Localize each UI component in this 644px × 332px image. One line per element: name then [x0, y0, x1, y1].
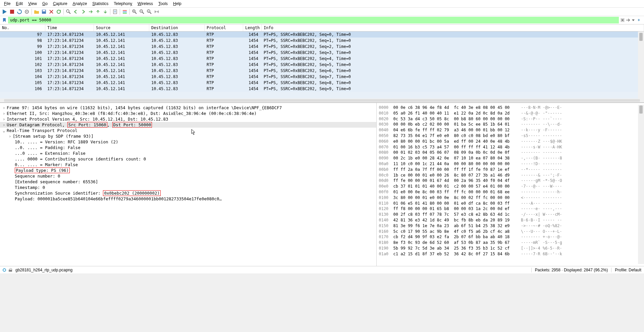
- reload-file-icon[interactable]: [55, 8, 62, 15]
- display-filter-input[interactable]: [8, 17, 619, 23]
- hex-row[interactable]: 01a0 c1 a2 15 d1 8f 37 eb 52 36 42 8c 0f…: [379, 251, 642, 257]
- detail-frame[interactable]: ›Frame 97: 1454 bytes on wire (11632 bit…: [0, 105, 376, 111]
- save-file-icon[interactable]: [41, 8, 47, 15]
- detail-ip[interactable]: ›Internet Protocol Version 4, Src: 10.45…: [0, 116, 376, 122]
- hex-row[interactable]: 0180 8e f3 0c 93 de 6d 52 60 af 53 0b 87…: [379, 240, 642, 246]
- go-last-icon[interactable]: [102, 8, 109, 15]
- menu-file[interactable]: File: [1, 1, 13, 7]
- resize-columns-icon[interactable]: [153, 8, 160, 15]
- go-first-icon[interactable]: [95, 8, 101, 15]
- menu-statistics[interactable]: Statistics: [90, 1, 111, 7]
- hex-row[interactable]: 0030 00 00 0b eb c2 02 00 00 01 ba 5c ee…: [379, 122, 642, 127]
- hex-row[interactable]: 0000 00 0e c6 38 96 4e f8 4d fc 40 3e e8…: [379, 105, 642, 111]
- vertical-scrollbar[interactable]: [638, 31, 644, 98]
- column-info[interactable]: Info: [262, 24, 644, 31]
- find-icon[interactable]: [65, 8, 72, 15]
- bookmark-icon[interactable]: [1, 17, 7, 23]
- hex-row[interactable]: 00a0 11 10 c0 00 1c 21 44 0a 00 00 80 00…: [379, 161, 642, 167]
- packet-row[interactable]: 9817:23:14.87123410.45.12.14110.45.12.83…: [0, 38, 644, 44]
- packet-row[interactable]: 10117:23:14.87123410.45.12.14110.45.12.8…: [0, 56, 644, 62]
- packet-row[interactable]: 10217:23:14.87123410.45.12.14110.45.12.8…: [0, 62, 644, 68]
- detail-version: 10.. .... = Version: RFC 1889 Version (2…: [0, 139, 376, 145]
- detail-stream-setup[interactable]: ›[Stream setup by SDP (frame 93)]: [0, 133, 376, 139]
- packet-details-pane[interactable]: ›Frame 97: 1454 bytes on wire (11632 bit…: [0, 103, 377, 266]
- packet-row[interactable]: 10017:23:14.87123410.45.12.14110.45.12.8…: [0, 50, 644, 56]
- main-toolbar: 1: [0, 8, 644, 16]
- hex-row[interactable]: 0070 01 00 16 b3 c5 73 a4 57 00 ff ff ff…: [379, 144, 642, 150]
- menu-wireless[interactable]: Wireless: [135, 1, 156, 7]
- packet-row[interactable]: 9717:23:14.87123410.45.12.14110.45.12.83…: [0, 31, 644, 38]
- hex-row[interactable]: 0080 00 01 02 03 04 05 06 07 08 09 0a 0b…: [379, 150, 642, 155]
- hex-row[interactable]: 0190 5b 99 92 7c 5d 3e ab 34 25 36 f3 35…: [379, 246, 642, 251]
- hex-row[interactable]: 0100 3c 80 00 00 01 e0 00 0e 8c 00 02 ff…: [379, 195, 642, 201]
- zoom-reset-icon[interactable]: 1: [146, 8, 153, 15]
- column-source[interactable]: Source: [94, 24, 149, 31]
- menu-telephony[interactable]: Telephony: [111, 1, 135, 7]
- hex-row[interactable]: 0120 ff f8 00 00 00 01 65 b8 00 00 03 1a…: [379, 206, 642, 212]
- hex-row[interactable]: 0170 cb f2 d4 90 9f 03 e2 fa 2b 07 6f bb…: [379, 234, 642, 240]
- packet-row[interactable]: 10417:23:14.87123410.45.12.14110.45.12.8…: [0, 74, 644, 80]
- hex-row[interactable]: 00b0 ff ff 2a 0a 7f ff 00 00 ff ff 1f fe…: [379, 167, 642, 173]
- apply-filter-icon[interactable]: [626, 18, 630, 22]
- menu-go[interactable]: Go: [40, 1, 50, 7]
- close-file-icon[interactable]: [48, 8, 55, 15]
- hex-row[interactable]: 00e0 cb 37 01 01 01 40 00 01 c2 00 00 57…: [379, 184, 642, 189]
- menu-view[interactable]: View: [25, 1, 40, 7]
- clear-filter-icon[interactable]: [620, 18, 625, 22]
- go-back-icon[interactable]: [72, 8, 79, 15]
- restart-capture-icon[interactable]: [16, 8, 23, 15]
- status-profile[interactable]: Profile: Default: [615, 268, 641, 272]
- colorize-icon[interactable]: [121, 8, 128, 15]
- go-to-packet-icon[interactable]: [87, 8, 94, 15]
- column-time[interactable]: Time: [45, 24, 94, 31]
- capture-options-icon[interactable]: [23, 8, 30, 15]
- packet-row[interactable]: 10517:23:14.87123410.45.12.14110.45.12.8…: [0, 80, 644, 86]
- menu-help[interactable]: Help: [170, 1, 184, 7]
- zoom-out-icon[interactable]: [139, 8, 145, 15]
- detail-udp[interactable]: ›User Datagram Protocol, Src Port: 15060…: [0, 122, 376, 128]
- expert-info-icon[interactable]: [3, 268, 6, 272]
- hex-row[interactable]: 0010 05 a0 26 f1 40 00 40 11 e1 22 0a 2d…: [379, 111, 642, 116]
- hex-row[interactable]: 00c0 1b ce 00 00 01 e0 00 26 8c 80 07 27…: [379, 173, 642, 178]
- hex-row[interactable]: 0020 0c 53 3a d4 c3 50 05 8c 00 b8 80 60…: [379, 116, 642, 122]
- horizontal-scrollbar[interactable]: [4, 99, 640, 102]
- start-capture-icon[interactable]: [1, 8, 8, 15]
- packet-list[interactable]: 9717:23:14.87123410.45.12.14110.45.12.83…: [0, 31, 644, 98]
- vertical-scrollbar[interactable]: [638, 105, 644, 264]
- detail-rtp[interactable]: ⌄Real-Time Transport Protocol: [0, 128, 376, 133]
- open-file-icon[interactable]: [33, 8, 40, 15]
- column-protocol[interactable]: Protocol: [205, 24, 243, 31]
- detail-ethernet[interactable]: ›Ethernet II, Src: Hangzhou_40:3e:e8 (f8…: [0, 111, 376, 116]
- hex-row[interactable]: 0150 81 3e 99 f6 1e 7e 0a 23 ab 6f 51 b4…: [379, 223, 642, 229]
- hex-row[interactable]: 0110 01 06 e5 01 41 80 00 00 01 e0 df ca…: [379, 201, 642, 206]
- menu-edit[interactable]: Edit: [13, 1, 25, 7]
- hex-row[interactable]: 0040 04 e6 6b fe ff ff 02 79 a3 46 00 00…: [379, 127, 642, 133]
- packet-row[interactable]: 9917:23:14.87123410.45.12.14110.45.12.83…: [0, 44, 644, 50]
- column-destination[interactable]: Destination: [149, 24, 205, 31]
- hex-row[interactable]: 0090 00 2c 1b e0 00 28 42 0e 07 10 10 ea…: [379, 155, 642, 161]
- packet-row[interactable]: 10317:23:14.87123410.45.12.14110.45.12.8…: [0, 68, 644, 74]
- packet-row[interactable]: 10617:23:14.87123410.45.12.14110.45.12.8…: [0, 86, 644, 92]
- go-forward-icon[interactable]: [80, 8, 87, 15]
- hex-row[interactable]: 0140 42 81 36 e3 42 1d 8c 49 bc fb 8b eb…: [379, 217, 642, 223]
- menu-tools[interactable]: Tools: [156, 1, 170, 7]
- menu-capture[interactable]: Capture: [50, 1, 70, 7]
- hex-row[interactable]: 0050 82 73 35 04 e1 7f e0 e0 80 c0 c0 08…: [379, 133, 642, 139]
- svg-rect-16: [9, 270, 12, 272]
- hex-row[interactable]: 00f0 01 e0 00 0e 8c 00 03 ff ff fc 00 00…: [379, 189, 642, 195]
- hex-row[interactable]: 0060 e0 80 00 00 01 bc 00 5a ed ff 00 24…: [379, 139, 642, 144]
- auto-scroll-icon[interactable]: [112, 8, 118, 15]
- packet-bytes-pane[interactable]: 0000 00 0e c6 38 96 4e f8 4d fc 40 3e e8…: [377, 103, 644, 266]
- hex-row[interactable]: 0160 5c c0 17 90 55 ac 9b 8e 4f c0 f5 a6…: [379, 229, 642, 235]
- stop-capture-icon[interactable]: [9, 8, 15, 15]
- column-no[interactable]: No.: [0, 24, 45, 31]
- hex-row[interactable]: 00d0 ff fe 00 00 00 01 67 4d 00 2a 96 35…: [379, 178, 642, 184]
- hex-row[interactable]: 0130 00 2f c8 03 ff 07 78 7c 57 e3 c8 e2…: [379, 212, 642, 217]
- column-length[interactable]: Length: [243, 24, 262, 31]
- filter-dropdown-icon[interactable]: [631, 18, 636, 22]
- menu-analyze[interactable]: Analyze: [70, 1, 90, 7]
- zoom-in-icon[interactable]: [131, 8, 138, 15]
- add-filter-button-icon[interactable]: +: [636, 18, 641, 22]
- toolbar-separator: [63, 9, 64, 15]
- expert-indicator-icon[interactable]: [8, 268, 13, 272]
